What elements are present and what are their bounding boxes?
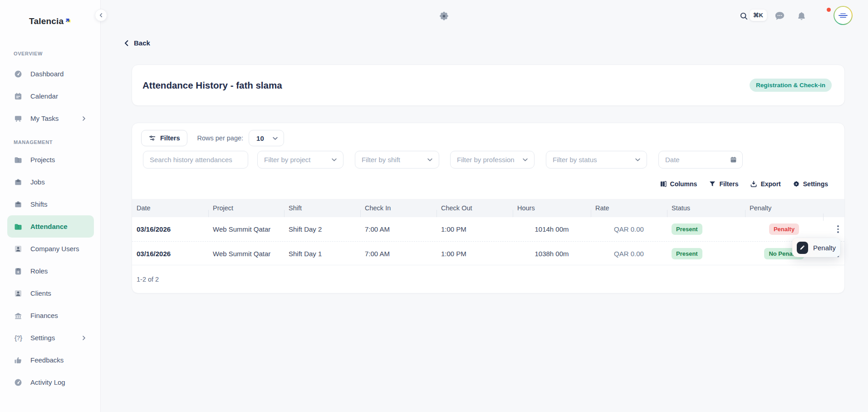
- bank-icon: [14, 311, 23, 320]
- table-settings-button-label: Settings: [803, 180, 828, 188]
- filter-by-project-select[interactable]: Filter by project: [257, 151, 343, 169]
- sidebar-item-clients[interactable]: Clients: [7, 282, 94, 304]
- cell-check-in: 7:00 AM: [360, 250, 436, 258]
- sidebar-item-label: Activity Log: [30, 378, 65, 386]
- settings-braces-icon: {?}: [14, 333, 23, 343]
- tasks-board-icon: [14, 114, 23, 123]
- row-actions-kebab-icon[interactable]: [833, 223, 843, 236]
- filter-inputs-row: Filter by project Filter by shift Filter…: [143, 151, 743, 169]
- dashboard-gauge-icon: [14, 69, 23, 79]
- filter-lines-icon: [148, 134, 156, 142]
- filter-by-profession-select[interactable]: Filter by profession: [450, 151, 535, 169]
- cell-date: 03/16/2026: [132, 250, 208, 258]
- sidebar-item-label: Roles: [30, 267, 48, 275]
- row-context-menu: Penalty: [792, 238, 840, 257]
- app-logo-text: Talencia: [29, 16, 64, 26]
- thumbs-up-icon: [14, 356, 23, 365]
- cell-shift: Shift Day 2: [284, 225, 360, 233]
- cell-status: Present: [667, 248, 745, 259]
- column-header-check-out: Check Out: [436, 204, 513, 212]
- sidebar-item-label: Company Users: [30, 245, 79, 253]
- sidebar-item-feedbacks[interactable]: Feedbacks: [7, 349, 94, 371]
- attendance-table-card: Filters Rows per page: 10 Filter by proj…: [132, 123, 845, 293]
- status-badge: Present: [672, 223, 702, 235]
- briefcase-icon: [14, 200, 23, 209]
- notification-dot: [827, 8, 831, 12]
- cell-project: Web Summit Qatar: [208, 250, 284, 258]
- column-header-penalty: Penalty: [745, 204, 823, 212]
- sidebar-item-attendance[interactable]: Attendance: [7, 215, 94, 238]
- cell-date: 03/16/2026: [132, 225, 208, 233]
- column-header-project: Project: [208, 204, 284, 212]
- table-header-row: Date Project Shift Check In Check Out Ho…: [132, 199, 844, 217]
- column-header-rate: Rate: [591, 204, 667, 212]
- settings-gear-icon[interactable]: [60, 10, 828, 22]
- sidebar-item-roles[interactable]: Roles: [7, 260, 94, 282]
- activity-gauge-icon: [14, 378, 23, 387]
- table-toolbar: Columns Filters Export Settings: [660, 180, 828, 188]
- sidebar-item-company-users[interactable]: Company Users: [7, 238, 94, 260]
- calendar-icon[interactable]: [730, 155, 737, 164]
- sidebar-item-label: Shifts: [30, 200, 48, 208]
- sidebar-item-label: Settings: [30, 334, 55, 342]
- sidebar-item-activity-log[interactable]: Activity Log: [7, 371, 94, 393]
- sidebar-item-label: Finances: [30, 312, 58, 319]
- sidebar-item-my-tasks[interactable]: My Tasks: [7, 107, 94, 129]
- sidebar-item-label: Calendar: [30, 92, 58, 100]
- table-filters-button-label: Filters: [719, 180, 738, 188]
- cell-project: Web Summit Qatar: [208, 225, 284, 233]
- registration-checkin-badge: Registration & Check-in: [750, 79, 832, 92]
- cell-status: Present: [667, 223, 745, 235]
- sidebar-section-management: MANAGEMENT: [14, 139, 100, 145]
- pagination-text: 1-2 of 2: [137, 276, 159, 283]
- cell-rate: QAR 0.00: [591, 225, 667, 233]
- folder-icon: [14, 222, 23, 231]
- sidebar-collapse-button[interactable]: [95, 9, 107, 21]
- sidebar-item-jobs[interactable]: Jobs: [7, 171, 94, 193]
- sidebar-item-projects[interactable]: Projects: [7, 149, 94, 171]
- edit-pencil-icon: [797, 242, 808, 254]
- export-button-label: Export: [760, 180, 780, 188]
- columns-button-label: Columns: [670, 180, 697, 188]
- filter-by-project-placeholder: Filter by project: [264, 156, 311, 164]
- attendance-table: Date Project Shift Check In Check Out Ho…: [132, 199, 844, 265]
- avatar[interactable]: [834, 6, 853, 25]
- calendar-icon: [14, 92, 23, 101]
- filter-by-shift-select[interactable]: Filter by shift: [355, 151, 439, 169]
- avatar-image: [834, 7, 852, 24]
- sidebar-item-finances[interactable]: Finances: [7, 304, 94, 327]
- status-badge: Present: [672, 248, 702, 259]
- chevron-down-icon: [427, 157, 433, 163]
- table-filters-button[interactable]: Filters: [709, 180, 738, 188]
- rows-per-page-select[interactable]: 10: [249, 130, 284, 146]
- chevron-right-icon: [81, 116, 87, 121]
- search-attendances-input[interactable]: [143, 151, 248, 168]
- sidebar-item-dashboard[interactable]: Dashboard: [7, 63, 94, 85]
- cell-rate: QAR 0.00: [591, 250, 667, 258]
- sidebar-item-label: Feedbacks: [30, 356, 64, 364]
- table-settings-button[interactable]: Settings: [793, 180, 828, 188]
- page-title: Attendance History - fath slama: [142, 80, 282, 91]
- funnel-icon: [709, 180, 716, 188]
- column-header-status: Status: [667, 204, 745, 212]
- cell-check-in: 7:00 AM: [360, 225, 436, 233]
- sidebar-item-settings[interactable]: {?} Settings: [7, 327, 94, 349]
- sidebar-item-shifts[interactable]: Shifts: [7, 193, 94, 215]
- cell-check-out: 1:00 PM: [436, 225, 513, 233]
- back-button[interactable]: Back: [123, 39, 150, 47]
- filters-button[interactable]: Filters: [141, 130, 187, 146]
- sidebar-item-label: Dashboard: [30, 70, 64, 78]
- export-button[interactable]: Export: [750, 180, 780, 188]
- filter-by-status-select[interactable]: Filter by status: [546, 151, 647, 169]
- context-menu-item-penalty[interactable]: Penalty: [813, 244, 836, 252]
- columns-icon: [660, 180, 667, 188]
- column-header-check-in: Check In: [360, 204, 436, 212]
- filter-by-status-placeholder: Filter by status: [553, 156, 597, 164]
- date-filter-input[interactable]: [659, 151, 730, 168]
- chevron-left-icon: [98, 13, 103, 18]
- chevron-down-icon: [522, 157, 528, 163]
- columns-button[interactable]: Columns: [660, 180, 697, 188]
- sidebar-item-calendar[interactable]: Calendar: [7, 85, 94, 107]
- download-icon: [750, 180, 757, 188]
- user-icon: [14, 244, 23, 253]
